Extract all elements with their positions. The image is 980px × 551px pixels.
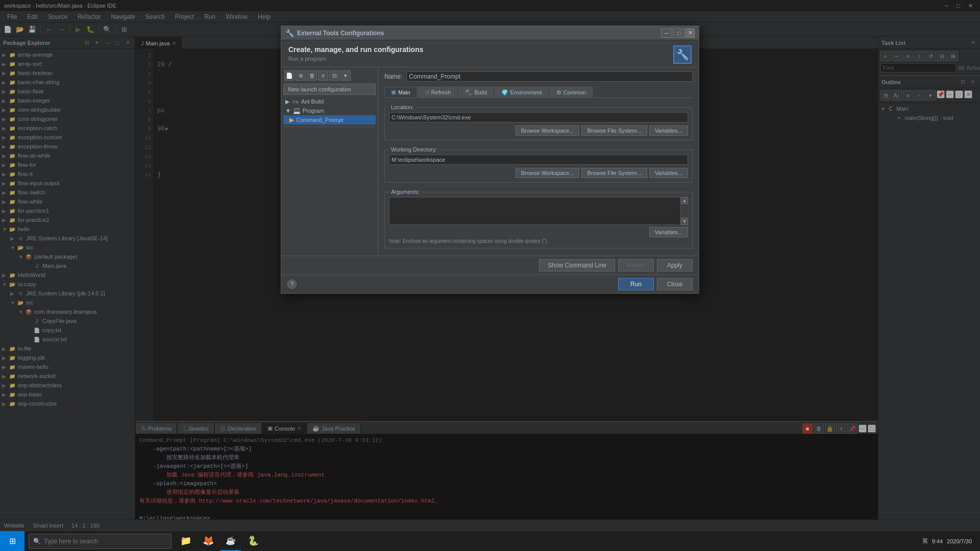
arguments-fieldset: Arguments: ▲ ▼ Variables... Note: Enclos…	[384, 189, 693, 248]
dialog-bottom-bar: ? Run Close	[281, 274, 699, 293]
taskbar-right: 英 9:44 2020/7/30	[922, 537, 980, 545]
name-label: Name:	[384, 73, 402, 80]
dialog-main-title: Create, manage, and run configurations	[288, 45, 424, 54]
location-browse-workspace[interactable]: Browse Workspace...	[516, 126, 580, 136]
program-icon: 💻	[293, 107, 301, 114]
config-filter[interactable]: ≡	[318, 70, 328, 81]
config-details: Name: ▣ Main ↺ Refresh 🔨 Build	[378, 67, 699, 256]
taskbar-lang: 英	[922, 537, 928, 545]
dialog-header-text: Create, manage, and run configurations R…	[288, 45, 424, 62]
dialog-titlebar: 🔧 External Tools Configurations ─ □ ✕	[281, 26, 699, 40]
taskbar-date: 2020/7/30	[947, 538, 972, 544]
location-input[interactable]	[389, 112, 688, 122]
tab-label: Build	[474, 89, 486, 95]
taskbar-explorer[interactable]: 📁	[176, 532, 196, 551]
close-dialog-btn[interactable]: Close	[657, 278, 693, 290]
location-browse-filesystem[interactable]: Browse File System...	[581, 126, 647, 136]
ant-arrow: ▶	[285, 98, 289, 105]
taskbar: ⊞ 🔍 Type here to search 📁 🦊 ☕ 🐍 英 9:44 2…	[0, 531, 980, 551]
dialog-controls: ─ □ ✕	[661, 29, 695, 38]
location-fieldset: Location: Browse Workspace... Browse Fil…	[384, 104, 693, 140]
build-tab-icon: 🔨	[465, 89, 472, 96]
args-variables-btn[interactable]: Variables...	[649, 227, 688, 237]
args-scrollbar: ▲ ▼	[681, 197, 688, 225]
working-dir-legend: Working Directory:	[389, 146, 439, 153]
common-tab-icon: ⚙	[556, 89, 561, 96]
working-dir-fieldset: Working Directory: Browse Workspace... B…	[384, 146, 693, 183]
scroll-down[interactable]: ▼	[681, 218, 688, 225]
start-button[interactable]: ⊞	[0, 531, 24, 552]
dialog-title: External Tools Configurations	[297, 30, 658, 37]
args-container: ▲ ▼	[389, 197, 688, 225]
config-tabs: ▣ Main ↺ Refresh 🔨 Build 🌍 Environment	[384, 87, 693, 98]
cmd-label: Command_Prompt	[296, 117, 343, 123]
external-tools-dialog: 🔧 External Tools Configurations ─ □ ✕ Cr…	[281, 26, 699, 294]
config-collapse-all[interactable]: ⊟	[329, 70, 339, 81]
location-btn-row: Browse Workspace... Browse File System..…	[389, 126, 688, 136]
tab-common[interactable]: ⚙ Common	[550, 87, 593, 97]
location-legend: Location:	[389, 104, 416, 110]
config-ant-build[interactable]: ▶ 🐜 Ant Build	[283, 97, 376, 106]
program-arrow: ▼	[285, 108, 291, 114]
dialog-header-icon: 🔧	[673, 45, 692, 64]
dialog-min-btn[interactable]: ─	[661, 29, 672, 38]
tab-refresh[interactable]: ↺ Refresh	[418, 87, 458, 97]
tab-label: Refresh	[431, 89, 451, 95]
tab-label: Environment	[510, 89, 542, 95]
workdir-variables[interactable]: Variables...	[649, 168, 688, 178]
dialog-sub-title: Run a program	[288, 56, 424, 62]
config-dropdown[interactable]: ▾	[340, 70, 351, 81]
ant-icon: 🐜	[291, 98, 299, 105]
dialog-run-close: Run Close	[618, 278, 693, 290]
program-label: Program	[303, 108, 324, 114]
search-icon: 🔍	[33, 538, 41, 545]
args-legend: Arguments:	[389, 189, 422, 195]
name-input[interactable]	[406, 71, 693, 82]
location-variables[interactable]: Variables...	[649, 126, 688, 136]
scroll-up[interactable]: ▲	[681, 197, 688, 204]
dialog-body: 📄 ⊕ 🗑 ≡ ⊟ ▾ New launch configuration ▶ 🐜…	[281, 67, 699, 256]
working-dir-input[interactable]	[389, 155, 688, 165]
config-program[interactable]: ▼ 💻 Program	[283, 106, 376, 115]
taskbar-search[interactable]: 🔍 Type here to search	[29, 534, 172, 549]
args-note: Note: Enclose an argument containing spa…	[389, 238, 688, 244]
config-command-prompt[interactable]: ▶ Command_Prompt	[283, 115, 376, 124]
apply-btn[interactable]: Apply	[657, 259, 693, 271]
args-variables-row: Variables...	[389, 227, 688, 237]
help-icon[interactable]: ?	[287, 280, 297, 289]
taskbar-time: 9:44	[932, 538, 943, 544]
args-textarea[interactable]	[389, 197, 681, 225]
new-launch-btn[interactable]: New launch configuration	[283, 84, 376, 95]
refresh-tab-icon: ↺	[425, 89, 429, 96]
config-toolbar: 📄 ⊕ 🗑 ≡ ⊟ ▾	[283, 69, 376, 82]
working-dir-btn-row: Browse Workspace... Browse File System..…	[389, 168, 688, 178]
workdir-browse-filesystem[interactable]: Browse File System...	[581, 168, 647, 178]
tab-environment[interactable]: 🌍 Environment	[495, 87, 549, 97]
tab-main[interactable]: ▣ Main	[384, 87, 417, 97]
dialog-close-btn[interactable]: ✕	[685, 29, 695, 38]
taskbar-apps: 📁 🦊 ☕ 🐍	[176, 532, 263, 551]
taskbar-extra[interactable]: 🐍	[243, 532, 263, 551]
taskbar-eclipse[interactable]: ☕	[220, 532, 241, 551]
dialog-icon: 🔧	[285, 29, 294, 37]
dialog-action-row: Show Command Line Revert Apply	[281, 256, 699, 274]
ant-label: Ant Build	[301, 98, 324, 105]
dialog-max-btn[interactable]: □	[673, 29, 684, 38]
filter-text	[283, 127, 376, 131]
tab-label: Common	[564, 89, 586, 95]
config-new[interactable]: 📄	[284, 70, 295, 81]
env-tab-icon: 🌍	[501, 89, 508, 96]
run-btn[interactable]: Run	[618, 278, 654, 290]
config-tree-panel: 📄 ⊕ 🗑 ≡ ⊟ ▾ New launch configuration ▶ 🐜…	[281, 67, 378, 256]
modal-overlay: 🔧 External Tools Configurations ─ □ ✕ Cr…	[0, 0, 980, 531]
workdir-browse-workspace[interactable]: Browse Workspace...	[516, 168, 580, 178]
revert-btn[interactable]: Revert	[618, 259, 654, 271]
name-row: Name:	[384, 71, 693, 82]
taskbar-browser[interactable]: 🦊	[198, 532, 218, 551]
dialog-header: Create, manage, and run configurations R…	[281, 40, 699, 67]
main-tab-icon: ▣	[391, 89, 396, 95]
config-delete[interactable]: 🗑	[307, 70, 317, 81]
config-duplicate[interactable]: ⊕	[296, 70, 306, 81]
tab-build[interactable]: 🔨 Build	[458, 87, 493, 97]
show-command-line-btn[interactable]: Show Command Line	[539, 259, 615, 271]
